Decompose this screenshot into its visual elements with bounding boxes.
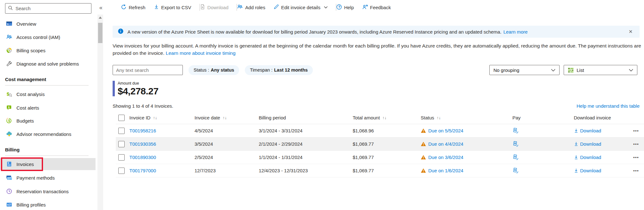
cost-analysis-icon: $ [6,91,13,98]
row-more-options-button[interactable]: ••• [629,155,644,160]
row-checkbox[interactable] [118,154,125,161]
column-header-total-amount[interactable]: Total amount↑↓ [351,115,419,120]
azure-invoices-page: $ Overview Access control (IAM) $ Billin… [0,0,644,210]
refresh-button[interactable]: Refresh [121,4,146,11]
total-amount-cell: $1,069.77 [351,155,419,160]
total-amount-cell: $1,069.77 [351,168,419,173]
sidebar-item-label: Access control (IAM) [16,35,60,40]
invoice-id-link[interactable]: T001958216 [129,128,156,133]
pay-invoice-icon[interactable] [512,141,518,147]
row-checkbox[interactable] [118,168,125,174]
main-content: Refresh Export to CSV Download Add roles… [103,0,644,210]
close-icon[interactable]: ✕ [627,28,635,35]
pay-invoice-icon[interactable] [512,128,518,134]
column-header-download-invoice: Download invoice [572,115,629,120]
sidebar-item-access-control-iam[interactable]: Access control (IAM) [0,31,96,43]
sidebar-item-cost-analysis[interactable]: $ Cost analysis [0,88,96,100]
export-csv-button[interactable]: Export to CSV [154,4,191,10]
status-due-link[interactable]: Due on 1/6/2024 [428,168,463,173]
download-invoice-link[interactable]: Download [572,168,629,173]
status-filter-pill[interactable]: Status :Any status [189,65,239,75]
search-icon [8,5,13,12]
sidebar-item-advisor-recommendations[interactable]: Advisor recommendations [0,128,96,140]
column-header-billing-period: Billing period [257,115,351,120]
row-checkbox[interactable] [118,141,125,147]
sort-icon: ↑↓ [223,115,227,120]
svg-text:$: $ [8,106,10,109]
column-header-invoice-date[interactable]: Invoice date↑↓ [193,115,257,120]
sidebar-item-cost-alerts[interactable]: $ Cost alerts [0,102,96,114]
invoice-date-cell: 2/5/2024 [193,155,257,160]
access-control-icon [6,34,13,41]
invoice-date-cell: 12/7/2023 [193,168,257,173]
help-understand-table-link[interactable]: Help me understand this table [577,103,640,109]
row-more-options-button[interactable]: ••• [629,168,644,173]
banner-learn-more-link[interactable]: Learn more [503,29,528,35]
row-more-options-button[interactable]: ••• [629,128,644,133]
pay-invoice-icon[interactable] [512,168,518,174]
row-more-options-button[interactable]: ••• [629,142,644,146]
column-header-pay: Pay [511,115,572,120]
invoice-date-cell: 3/5/2024 [193,141,257,147]
list-view-icon [568,68,574,73]
column-header-status[interactable]: Status↑↓ [419,115,511,120]
svg-text:$: $ [7,23,9,26]
view-dropdown[interactable]: List [564,65,637,75]
chevron-down-icon [629,69,633,72]
showing-count: Showing 1 to 4 of 4 Invoices. [113,103,173,109]
billing-period-cell: 12/4/2023 - 12/31/2023 [257,168,351,173]
scrollbar-up-arrow[interactable] [99,16,102,19]
timespan-filter-pill[interactable]: Timespan :Last 12 months [245,65,313,75]
sidebar-item-invoices[interactable]: $ Invoices [0,158,96,170]
sidebar-item-budgets[interactable]: $ Budgets [0,115,96,127]
billing-scopes-icon: $ [6,47,13,54]
sidebar-item-overview[interactable]: $ Overview [0,18,96,30]
sidebar-item-billing-profiles[interactable]: $ Billing profiles [0,199,96,210]
download-invoice-link[interactable]: Download [572,155,629,160]
grouping-dropdown[interactable]: No grouping [489,65,560,75]
invoice-id-link[interactable]: T001890300 [129,155,156,160]
row-checkbox[interactable] [118,128,125,134]
scrollbar-thumb[interactable] [98,23,102,43]
help-button[interactable]: ? Help [336,4,354,11]
status-due-link[interactable]: Due on 3/6/2024 [428,155,463,160]
column-header-invoice-id[interactable]: Invoice ID↑↓ [128,115,193,120]
status-due-link[interactable]: Due on 4/4/2024 [428,141,463,147]
svg-text:$: $ [8,49,10,52]
sort-icon: ↑↓ [153,115,157,120]
warning-icon [421,168,426,173]
invoice-id-link[interactable]: T001797000 [129,168,156,173]
sidebar-item-diagnose[interactable]: Diagnose and solve problems [0,58,96,70]
sidebar-item-label: Reservation transactions [16,189,69,194]
table-row: T001930356 3/5/2024 2/1/2024 - 2/29/2024… [116,137,644,151]
download-document-icon [200,4,205,10]
pay-invoice-icon[interactable] [512,154,518,160]
page-description: View invoices for your billing account. … [113,42,643,57]
edit-invoice-details-button[interactable]: Edit invoice details [274,4,328,10]
invoice-timing-link[interactable]: Learn more about invoice timing [166,50,236,56]
amount-due-value: $4,278.27 [118,86,158,97]
billing-period-cell: 1/1/2024 - 1/31/2024 [257,155,351,160]
sidebar-item-label: Overview [16,21,36,27]
help-icon: ? [336,4,342,11]
banner-message: A new version of the Azure Price Sheet i… [127,29,501,35]
add-roles-button[interactable]: Add roles [237,4,265,11]
text-search-input[interactable] [113,65,183,75]
download-invoice-link[interactable]: Download [572,141,629,147]
download-invoice-link[interactable]: Download [572,128,629,133]
overview-icon: $ [6,20,13,27]
sidebar-item-label: Billing scopes [16,48,46,53]
select-all-checkbox[interactable] [118,115,125,121]
invoice-id-link[interactable]: T001930356 [129,141,156,147]
sidebar-item-billing-scopes[interactable]: $ Billing scopes [0,44,96,56]
status-due-link[interactable]: Due on 5/5/2024 [428,128,463,133]
budgets-icon: $ [6,117,13,124]
amount-due-label: Amount due [118,81,158,86]
sidebar-item-payment-methods[interactable]: Payment methods [0,172,96,184]
sidebar-item-reservation-transactions[interactable]: Reservation transactions [0,185,96,197]
total-amount-cell: $1,068.96 [351,128,419,133]
sidebar-search-box[interactable] [5,3,91,14]
sidebar-search-input[interactable] [15,6,89,11]
payment-methods-icon [6,174,13,181]
feedback-button[interactable]: Feedback [362,4,391,11]
